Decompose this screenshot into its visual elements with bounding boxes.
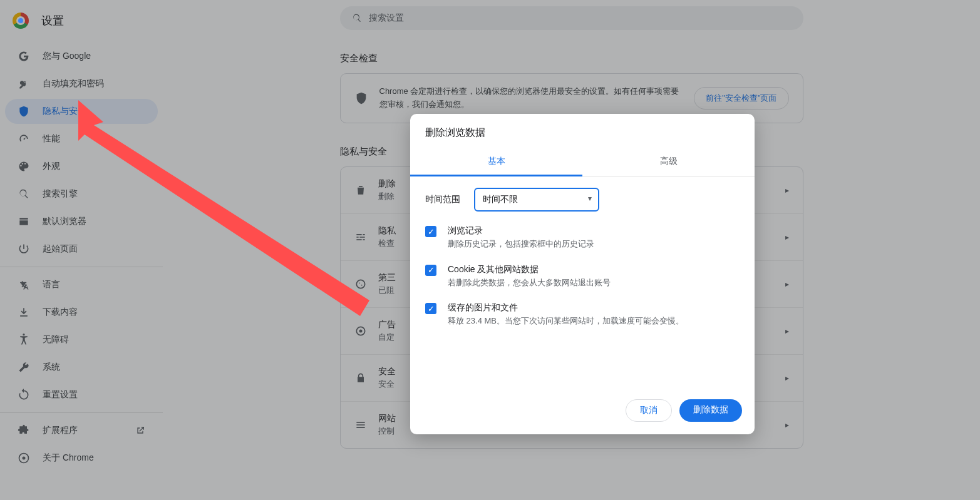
option-cached-images[interactable]: ✓ 缓存的图片和文件 释放 23.4 MB。当您下次访问某些网站时，加载速度可能… bbox=[425, 302, 740, 327]
dialog-body: 时间范围 时间不限 ✓ 浏览记录 删除历史记录，包括搜索框中的历史记录 ✓ Co… bbox=[410, 176, 755, 390]
checkbox-cookies[interactable]: ✓ bbox=[425, 265, 436, 276]
option-browsing-history[interactable]: ✓ 浏览记录 删除历史记录，包括搜索框中的历史记录 bbox=[425, 225, 740, 250]
option-title: 缓存的图片和文件 bbox=[448, 302, 684, 314]
delete-data-button[interactable]: 删除数据 bbox=[679, 399, 742, 422]
option-title: Cookie 及其他网站数据 bbox=[448, 264, 611, 275]
cancel-button[interactable]: 取消 bbox=[626, 399, 672, 422]
clear-browsing-data-dialog: 删除浏览数据 基本 高级 时间范围 时间不限 ✓ 浏览记录 删除历史记录，包括搜… bbox=[410, 114, 755, 434]
tab-advanced[interactable]: 高级 bbox=[582, 148, 755, 176]
dialog-title: 删除浏览数据 bbox=[410, 114, 755, 148]
time-range-select[interactable]: 时间不限 bbox=[474, 188, 599, 212]
option-cookies[interactable]: ✓ Cookie 及其他网站数据 若删除此类数据，您会从大多数网站退出账号 bbox=[425, 264, 740, 289]
checkbox-cached-images[interactable]: ✓ bbox=[425, 303, 436, 314]
dialog-footer: 取消 删除数据 bbox=[410, 390, 755, 434]
time-range-value: 时间不限 bbox=[483, 194, 518, 204]
dialog-tabs: 基本 高级 bbox=[410, 148, 755, 176]
checkbox-browsing-history[interactable]: ✓ bbox=[425, 226, 436, 237]
option-subtitle: 若删除此类数据，您会从大多数网站退出账号 bbox=[448, 277, 611, 289]
tab-basic[interactable]: 基本 bbox=[410, 148, 582, 176]
time-range-label: 时间范围 bbox=[425, 194, 460, 205]
option-subtitle: 删除历史记录，包括搜索框中的历史记录 bbox=[448, 238, 594, 250]
option-title: 浏览记录 bbox=[448, 225, 594, 237]
option-subtitle: 释放 23.4 MB。当您下次访问某些网站时，加载速度可能会变慢。 bbox=[448, 315, 684, 327]
